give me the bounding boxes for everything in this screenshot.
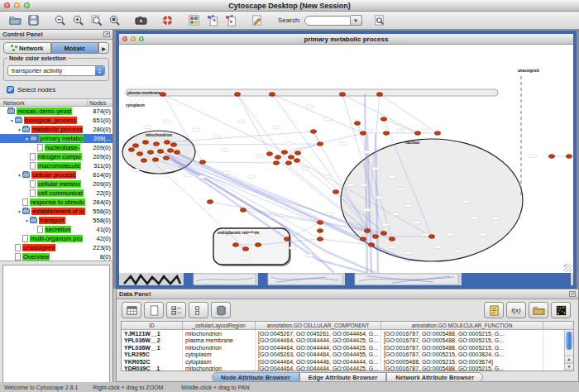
table-grid-icon[interactable] bbox=[122, 302, 141, 318]
network-graph[interactable]: plasma membranecytoplasmmitochondrionnuc… bbox=[119, 45, 573, 273]
function-builder-icon[interactable]: f(x) bbox=[506, 302, 526, 318]
network-node[interactable] bbox=[566, 155, 572, 159]
table-row-YJR121W__1[interactable]: YJR121W__1mitochondrion[GO:0045267, GO:0… bbox=[122, 330, 573, 337]
tree-row-nucleobase-[interactable]: nucleobase-209(0) bbox=[0, 143, 112, 152]
network-node[interactable] bbox=[164, 141, 170, 145]
expand-arrow-icon[interactable]: ▼ bbox=[17, 173, 22, 178]
view-settings-icon[interactable] bbox=[185, 12, 203, 28]
overlay-network-1-icon[interactable] bbox=[203, 12, 221, 28]
select-nodes-checkbox[interactable]: ✓ bbox=[7, 86, 14, 93]
network-node[interactable] bbox=[317, 229, 323, 233]
network-node[interactable] bbox=[147, 151, 153, 155]
network-node[interactable] bbox=[383, 131, 389, 136]
tree-row-cell-communicat[interactable]: cell communicat22(0) bbox=[0, 189, 112, 198]
table-scrollbar[interactable]: ▲ ▼ bbox=[564, 330, 573, 370]
network-node[interactable] bbox=[234, 93, 240, 97]
tree-row-secretion[interactable]: secretion41(0) bbox=[0, 225, 112, 234]
expand-arrow-icon[interactable]: ▼ bbox=[17, 209, 22, 214]
network-node[interactable] bbox=[434, 131, 440, 136]
network-node[interactable] bbox=[294, 159, 299, 163]
tree-row-cellular-metabo[interactable]: cellular metabo209(0) bbox=[0, 179, 112, 189]
network-node[interactable] bbox=[163, 156, 169, 160]
network-node[interactable] bbox=[141, 159, 146, 163]
zoom-selected-icon[interactable] bbox=[88, 12, 105, 28]
network-node[interactable] bbox=[152, 158, 158, 162]
column-header[interactable]: _cellularLayoutRegion bbox=[183, 322, 256, 329]
column-header[interactable]: ID bbox=[122, 322, 183, 329]
tree-row-macromolecule[interactable]: macromolecule311(0) bbox=[0, 161, 112, 170]
resize-grip-icon[interactable] bbox=[564, 264, 572, 272]
network-node[interactable] bbox=[240, 208, 246, 213]
network-node[interactable] bbox=[284, 237, 290, 241]
table-row-YKR052C[interactable]: YKR052Ccytoplasm[GO:0044464, GO:0044446,… bbox=[122, 358, 573, 366]
network-window[interactable]: primary metabolic process plasma membran… bbox=[116, 31, 577, 289]
network-node[interactable] bbox=[199, 160, 205, 165]
help-lifesaver-icon[interactable] bbox=[159, 12, 176, 28]
new-attribute-icon[interactable] bbox=[144, 302, 164, 318]
tree-row-transport[interactable]: ▼transport558(0) bbox=[0, 216, 112, 225]
tab-network[interactable]: Network bbox=[3, 42, 51, 54]
snapshot-camera-icon[interactable] bbox=[132, 12, 150, 28]
network-node[interactable] bbox=[372, 235, 378, 239]
network-node[interactable] bbox=[310, 130, 316, 134]
network-node[interactable] bbox=[157, 150, 163, 154]
network-node[interactable] bbox=[317, 142, 323, 146]
search-doc-icon[interactable] bbox=[371, 12, 388, 28]
network-node[interactable] bbox=[376, 93, 382, 97]
network-node[interactable] bbox=[207, 200, 213, 204]
tree-row-establishment-of-lo[interactable]: ▼establishment of lo558(0) bbox=[0, 207, 112, 216]
network-node[interactable] bbox=[167, 149, 173, 153]
network-node[interactable] bbox=[288, 155, 294, 160]
network-node[interactable] bbox=[128, 148, 134, 152]
network-canvas[interactable]: plasma membranecytoplasmmitochondrionnuc… bbox=[119, 45, 573, 273]
table-row-YPL036W__2[interactable]: YPL036W__2plasma membrane[GO:0044464, GO… bbox=[122, 337, 573, 345]
matrix-icon[interactable] bbox=[551, 302, 571, 318]
tree-row-cellular-process[interactable]: ▼cellular process614(0) bbox=[0, 170, 112, 179]
tree-row-metabolic-process[interactable]: ▼metabolic process280(0) bbox=[0, 125, 112, 134]
select-rows-icon[interactable] bbox=[166, 302, 186, 318]
tree-row-nitrogen-compo[interactable]: nitrogen compo209(0) bbox=[0, 152, 112, 161]
network-node[interactable] bbox=[364, 229, 370, 233]
network-node[interactable] bbox=[160, 93, 165, 97]
zoom-out-icon[interactable] bbox=[51, 12, 69, 28]
unselect-rows-icon[interactable] bbox=[189, 302, 208, 318]
network-node[interactable] bbox=[339, 93, 345, 97]
tree-row-primary-metabo[interactable]: ▼primary metabo209(... bbox=[0, 134, 112, 143]
expand-arrow-icon[interactable]: ▼ bbox=[9, 118, 15, 123]
table-row-YLR295C[interactable]: YLR295Ccytoplasm[GO:0045263, GO:0044464,… bbox=[122, 351, 573, 359]
network-node[interactable] bbox=[380, 232, 386, 236]
network-node[interactable] bbox=[273, 161, 279, 165]
network-node[interactable] bbox=[368, 243, 374, 247]
delete-attribute-icon[interactable] bbox=[211, 302, 231, 318]
column-header[interactable]: annotation.GO CELLULAR_COMPONENT bbox=[256, 322, 381, 329]
tab-node-attribute-browser[interactable]: Node Attribute Browser bbox=[212, 372, 299, 382]
network-node[interactable] bbox=[285, 161, 291, 165]
network-node[interactable] bbox=[255, 243, 261, 247]
float-panel-icon[interactable]: ↗ bbox=[569, 291, 576, 297]
table-row-YDR039C__1[interactable]: YDR039C__1mitochondrion[GO:0044464, GO:0… bbox=[122, 366, 573, 372]
network-node[interactable] bbox=[170, 143, 176, 147]
network-node[interactable] bbox=[389, 237, 395, 241]
expand-arrow-icon[interactable]: ▼ bbox=[17, 127, 22, 132]
network-node[interactable] bbox=[317, 221, 323, 225]
network-node[interactable] bbox=[142, 141, 148, 145]
tree-row-biological-process[interactable]: ▼biological_process651(0) bbox=[0, 116, 112, 125]
network-node[interactable] bbox=[269, 93, 275, 97]
tab-overflow-arrow[interactable]: ▶ bbox=[98, 42, 109, 54]
network-node[interactable] bbox=[153, 142, 159, 146]
network-node[interactable] bbox=[428, 235, 434, 239]
birds-eye-view[interactable] bbox=[2, 265, 110, 386]
network-node[interactable] bbox=[266, 152, 272, 156]
network-node[interactable] bbox=[275, 155, 280, 160]
tree-col-nodes[interactable]: Nodes bbox=[88, 100, 112, 106]
annotation-icon[interactable] bbox=[248, 12, 266, 28]
network-node[interactable] bbox=[317, 237, 323, 241]
search-input[interactable] bbox=[304, 16, 351, 26]
network-node[interactable] bbox=[548, 155, 554, 159]
scrollbar-thumb[interactable] bbox=[566, 332, 572, 350]
save-icon[interactable] bbox=[25, 12, 42, 28]
network-node[interactable] bbox=[380, 117, 386, 122]
tree-col-network[interactable]: Network bbox=[0, 100, 88, 106]
zoom-in-icon[interactable] bbox=[69, 12, 87, 28]
scroll-down-icon[interactable]: ▼ bbox=[565, 363, 573, 370]
